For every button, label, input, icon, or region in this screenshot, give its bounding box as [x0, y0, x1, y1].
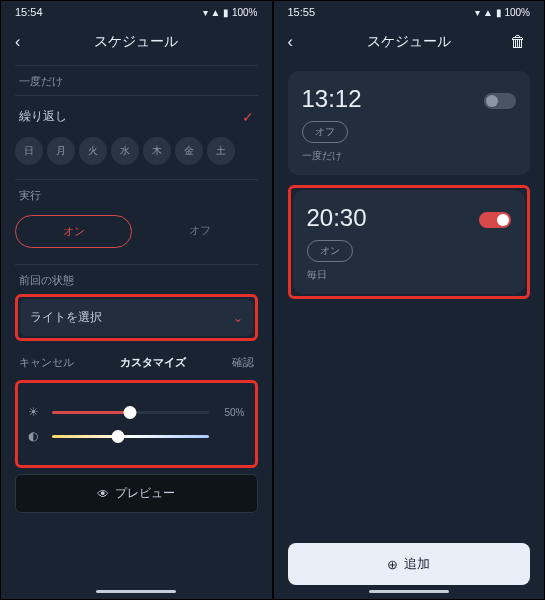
phone-right-schedule-list: 15:55 ▾ ▲ ▮ 100% ‹ スケジュール 🗑 13:12 オフ 一度だ…	[273, 0, 546, 600]
exec-off-button[interactable]: オフ	[142, 215, 257, 248]
repeat-row[interactable]: 繰り返し ✓	[15, 100, 258, 133]
content-area: 13:12 オフ 一度だけ 20:30 オン 毎日	[274, 61, 545, 586]
card-sub: 毎日	[307, 268, 512, 282]
day-fri[interactable]: 金	[175, 137, 203, 165]
exec-label: 実行	[19, 188, 254, 203]
phone-left-schedule-edit: 15:54 ▾ ▲ ▮ 100% ‹ スケジュール 一度だけ 繰り返し ✓ 日 …	[0, 0, 273, 600]
exec-on-button[interactable]: オン	[15, 215, 132, 248]
day-thu[interactable]: 木	[143, 137, 171, 165]
preview-button[interactable]: 👁 プレビュー	[15, 474, 258, 513]
back-icon[interactable]: ‹	[288, 33, 308, 51]
status-icons: ▾ ▲ ▮ 100%	[475, 7, 530, 18]
page-title: スケジュール	[35, 33, 238, 51]
once-label: 一度だけ	[19, 74, 254, 89]
status-time: 15:55	[288, 6, 316, 18]
select-light-label: ライトを選択	[30, 309, 102, 326]
highlight-select-light: ライトを選択 ⌄	[15, 294, 258, 341]
delete-icon[interactable]: 🗑	[510, 33, 530, 51]
select-light-row[interactable]: ライトを選択 ⌄	[20, 299, 253, 336]
brightness-slider-row: ☀ 50%	[28, 405, 245, 419]
plus-icon: ⊕	[387, 557, 398, 572]
add-button[interactable]: ⊕ 追加	[288, 543, 531, 585]
slider-group: ☀ 50% ◐	[20, 385, 253, 463]
schedule-card[interactable]: 20:30 オン 毎日	[293, 190, 526, 294]
status-icons: ▾ ▲ ▮ 100%	[203, 7, 258, 18]
eye-icon: 👁	[97, 487, 109, 501]
highlight-sliders: ☀ 50% ◐	[15, 380, 258, 468]
confirm-button[interactable]: 確認	[232, 355, 254, 370]
day-sat[interactable]: 土	[207, 137, 235, 165]
day-sun[interactable]: 日	[15, 137, 43, 165]
home-indicator[interactable]	[369, 590, 449, 593]
day-tue[interactable]: 火	[79, 137, 107, 165]
customize-tab[interactable]: カスタマイズ	[120, 355, 186, 370]
palette-icon: ◐	[28, 429, 44, 443]
status-time: 15:54	[15, 6, 43, 18]
header: ‹ スケジュール 🗑	[274, 23, 545, 61]
schedule-card[interactable]: 13:12 オフ 一度だけ	[288, 71, 531, 175]
prev-state-label: 前回の状態	[19, 273, 254, 288]
repeat-label: 繰り返し	[19, 108, 67, 125]
status-bar: 15:54 ▾ ▲ ▮ 100%	[1, 1, 272, 23]
content-area: 一度だけ 繰り返し ✓ 日 月 火 水 木 金 土 実行 オン オフ 前回の状態…	[1, 61, 272, 586]
brightness-slider[interactable]	[52, 411, 209, 414]
page-title: スケジュール	[308, 33, 511, 51]
add-label: 追加	[404, 555, 430, 573]
color-temp-thumb[interactable]	[111, 430, 124, 443]
cancel-button[interactable]: キャンセル	[19, 355, 74, 370]
preview-label: プレビュー	[115, 485, 175, 502]
day-selector: 日 月 火 水 木 金 土	[15, 133, 258, 175]
back-icon[interactable]: ‹	[15, 33, 35, 51]
card-toggle[interactable]	[484, 93, 516, 109]
highlight-schedule-card: 20:30 オン 毎日	[288, 185, 531, 299]
status-bar: 15:55 ▾ ▲ ▮ 100%	[274, 1, 545, 23]
tab-row: キャンセル カスタマイズ 確認	[15, 343, 258, 378]
day-mon[interactable]: 月	[47, 137, 75, 165]
brightness-thumb[interactable]	[124, 406, 137, 419]
color-temp-slider-row: ◐	[28, 429, 245, 443]
card-toggle[interactable]	[479, 212, 511, 228]
header: ‹ スケジュール	[1, 23, 272, 61]
day-wed[interactable]: 水	[111, 137, 139, 165]
color-temp-slider[interactable]	[52, 435, 209, 438]
checkmark-icon: ✓	[242, 109, 254, 125]
chevron-down-icon: ⌄	[233, 311, 243, 325]
card-state-pill: オン	[307, 240, 353, 262]
card-state-pill: オフ	[302, 121, 348, 143]
exec-segment: オン オフ	[15, 209, 258, 260]
card-sub: 一度だけ	[302, 149, 517, 163]
home-indicator[interactable]	[96, 590, 176, 593]
sun-icon: ☀	[28, 405, 44, 419]
brightness-value: 50%	[217, 407, 245, 418]
